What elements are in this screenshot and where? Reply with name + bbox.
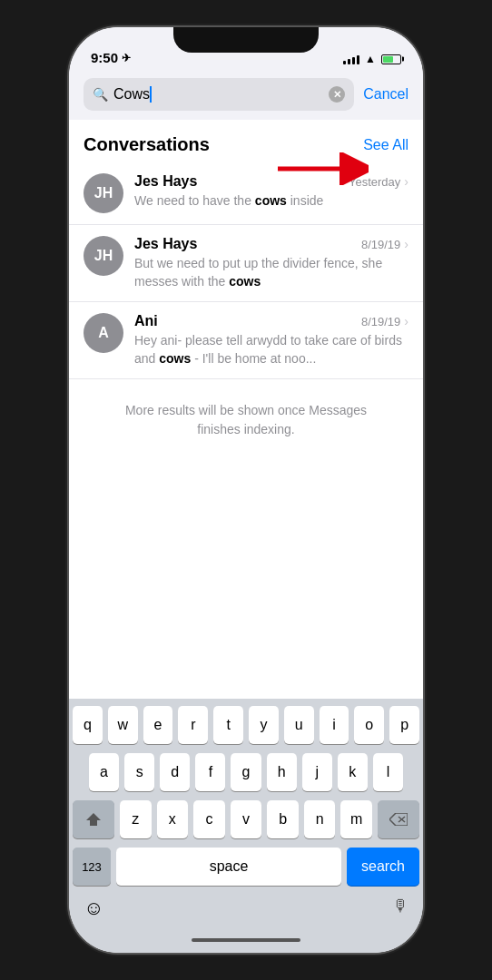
key-v[interactable]: v xyxy=(231,800,262,838)
key-p[interactable]: p xyxy=(389,706,419,744)
key-y[interactable]: y xyxy=(249,706,279,744)
key-k[interactable]: k xyxy=(338,753,368,791)
conversations-header: Conversations See All xyxy=(69,120,423,162)
key-n[interactable]: n xyxy=(304,800,336,838)
key-d[interactable]: d xyxy=(160,753,190,791)
cancel-button[interactable]: Cancel xyxy=(363,86,408,103)
chevron-1: › xyxy=(404,174,408,189)
keyboard-row-1: q w e r t y u i o p xyxy=(73,706,419,744)
keyboard-bottom-row: 123 space search xyxy=(73,848,419,886)
chevron-3: › xyxy=(404,314,408,328)
phone-frame: 9:50 ✈︎ ▲ 🔍 Cows xyxy=(69,27,423,953)
status-time: 9:50 ✈︎ xyxy=(91,50,131,65)
avatar-jh-2: JH xyxy=(84,236,123,276)
search-area: 🔍 Cows ✕ Cancel xyxy=(69,71,423,120)
keyboard-row-3: z x c v b n m xyxy=(73,800,419,838)
key-z[interactable]: z xyxy=(120,800,152,838)
keyboard-row-2: a s d f g h j k l xyxy=(73,753,419,791)
status-icons: ▲ xyxy=(343,53,401,65)
key-f[interactable]: f xyxy=(195,753,225,791)
conversation-body-3: Ani 8/19/19 › Hey ani- please tell arwyd… xyxy=(134,313,408,368)
conversation-preview-1: We need to have the cows inside xyxy=(134,192,408,211)
delete-key[interactable] xyxy=(378,800,419,838)
preview-after-3: - I'll be home at noo... xyxy=(191,351,316,366)
signal-bars xyxy=(343,54,359,64)
more-results-text: More results will be shown once Messages… xyxy=(69,379,423,461)
key-u[interactable]: u xyxy=(284,706,314,744)
preview-before-1: We need to have the xyxy=(134,193,255,208)
preview-match-3: cows xyxy=(159,351,191,366)
time-display: 9:50 xyxy=(91,50,118,65)
key-j[interactable]: j xyxy=(302,753,332,791)
search-bar[interactable]: 🔍 Cows ✕ xyxy=(84,78,354,111)
key-g[interactable]: g xyxy=(231,753,261,791)
contact-name-1: Jes Hays xyxy=(134,173,197,190)
key-x[interactable]: x xyxy=(157,800,189,838)
contact-name-2: Jes Hays xyxy=(134,236,197,252)
key-h[interactable]: h xyxy=(267,753,297,791)
home-indicator-area xyxy=(69,927,423,953)
battery-icon xyxy=(381,54,401,64)
conversation-item-1[interactable]: JH Jes Hays Yesterday › We need to have … xyxy=(69,162,423,225)
key-e[interactable]: e xyxy=(143,706,173,744)
svg-marker-2 xyxy=(86,813,101,826)
avatar-jh-1: JH xyxy=(84,173,123,213)
conversation-meta-3: 8/19/19 › xyxy=(361,314,408,328)
search-query-text: Cows xyxy=(113,86,150,102)
shift-key[interactable] xyxy=(73,800,114,838)
key-b[interactable]: b xyxy=(267,800,299,838)
shift-icon xyxy=(85,811,102,828)
red-arrow xyxy=(278,152,369,185)
key-i[interactable]: i xyxy=(320,706,349,744)
signal-bar-1 xyxy=(343,61,346,64)
conversation-body-2: Jes Hays 8/19/19 › But we need to put up… xyxy=(134,236,408,290)
chevron-2: › xyxy=(404,237,408,251)
key-w[interactable]: w xyxy=(108,706,138,744)
key-123[interactable]: 123 xyxy=(73,848,111,886)
signal-bar-4 xyxy=(357,55,359,64)
preview-match-1: cows xyxy=(255,193,287,208)
search-label: search xyxy=(361,858,405,875)
contact-name-3: Ani xyxy=(134,313,158,329)
preview-match-2: cows xyxy=(229,274,261,289)
screen: 9:50 ✈︎ ▲ 🔍 Cows xyxy=(69,27,423,953)
key-c[interactable]: c xyxy=(193,800,225,838)
key-l[interactable]: l xyxy=(373,753,403,791)
home-bar xyxy=(192,938,300,942)
conversation-top-3: Ani 8/19/19 › xyxy=(134,313,408,329)
conversation-top-2: Jes Hays 8/19/19 › xyxy=(134,236,408,252)
search-input-text[interactable]: Cows xyxy=(113,86,323,103)
conversations-title: Conversations xyxy=(84,134,210,155)
content-area: Conversations See All JH Jes Hays xyxy=(69,120,423,699)
conversation-item-3[interactable]: A Ani 8/19/19 › Hey ani- please tell arw… xyxy=(69,302,423,379)
key-space[interactable]: space xyxy=(116,848,341,886)
conversation-preview-2: But we need to put up the divider fence,… xyxy=(134,255,408,290)
notch xyxy=(173,27,319,53)
key-search[interactable]: search xyxy=(347,848,419,886)
mic-key[interactable]: 🎙 xyxy=(392,897,408,920)
location-icon: ✈︎ xyxy=(122,52,131,64)
see-all-button[interactable]: See All xyxy=(363,137,408,153)
timestamp-2: 8/19/19 xyxy=(361,238,400,251)
key-r[interactable]: r xyxy=(178,706,208,744)
emoji-key[interactable]: ☺ xyxy=(84,897,103,920)
search-icon: 🔍 xyxy=(93,87,108,102)
conversation-meta-2: 8/19/19 › xyxy=(361,237,408,251)
key-q[interactable]: q xyxy=(73,706,103,744)
key-m[interactable]: m xyxy=(340,800,372,838)
key-t[interactable]: t xyxy=(213,706,243,744)
key-o[interactable]: o xyxy=(354,706,384,744)
key-s[interactable]: s xyxy=(124,753,154,791)
conversation-item-2[interactable]: JH Jes Hays 8/19/19 › But we need to put… xyxy=(69,225,423,302)
delete-icon xyxy=(389,813,408,826)
key-a[interactable]: a xyxy=(89,753,119,791)
signal-bar-3 xyxy=(352,57,355,64)
conversation-preview-3: Hey ani- please tell arwydd to take care… xyxy=(134,332,408,368)
space-label: space xyxy=(210,858,249,875)
keyboard-accessory-row: ☺ 🎙 xyxy=(73,891,419,924)
preview-after-1: inside xyxy=(287,193,323,208)
wifi-icon: ▲ xyxy=(365,53,376,65)
battery-fill xyxy=(383,56,393,63)
timestamp-3: 8/19/19 xyxy=(361,315,400,328)
search-clear-button[interactable]: ✕ xyxy=(329,86,345,103)
